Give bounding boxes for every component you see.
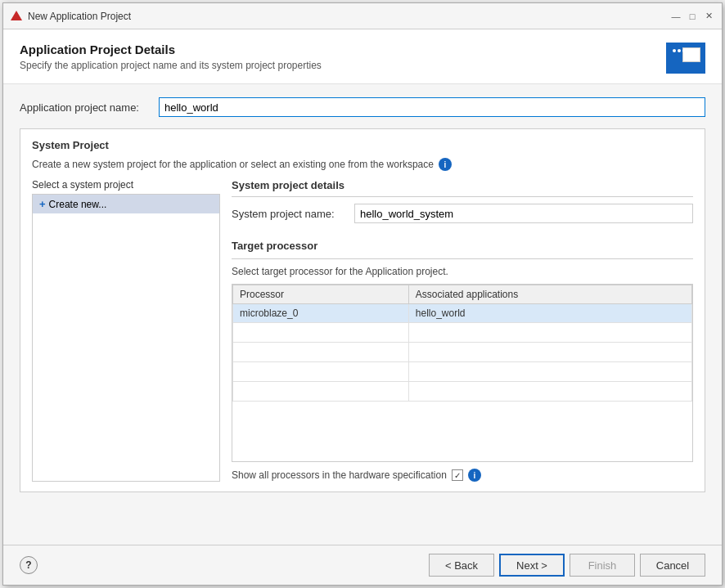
page-title: Application Project Details: [20, 43, 322, 56]
info-icon-2[interactable]: i: [468, 469, 481, 482]
table-row[interactable]: microblaze_0hello_world: [233, 304, 692, 323]
two-panel: Select a system project + Create new... …: [32, 179, 693, 482]
processor-cell: [233, 382, 409, 402]
next-button[interactable]: Next >: [499, 554, 565, 577]
plus-icon: +: [39, 198, 46, 210]
back-button[interactable]: < Back: [429, 554, 494, 577]
system-project-subtitle: Create a new system project for the appl…: [32, 158, 693, 171]
dialog-footer: ? < Back Next > Finish Cancel: [3, 545, 722, 585]
target-processor-section: Target processor Select target processor…: [232, 240, 693, 482]
applications-cell: [408, 382, 691, 402]
dot1: [673, 49, 676, 52]
table-body: microblaze_0hello_world: [233, 304, 692, 402]
app-project-input[interactable]: [159, 97, 705, 117]
table-header: Processor Associated applications: [233, 285, 692, 304]
app-project-name-row: Application project name:: [20, 97, 705, 117]
processor-cell: [233, 343, 409, 362]
svg-marker-0: [11, 11, 22, 20]
divider-1: [232, 196, 693, 197]
table-row: [233, 343, 692, 362]
app-project-label: Application project name:: [20, 101, 159, 114]
right-panel: System project details System project na…: [232, 179, 693, 482]
dot2: [678, 49, 681, 52]
minimize-button[interactable]: —: [669, 10, 682, 23]
details-title: System project details: [232, 179, 693, 191]
show-all-label: Show all processors in the hardware spec…: [232, 469, 447, 481]
help-button[interactable]: ?: [20, 556, 38, 574]
finish-button[interactable]: Finish: [570, 554, 635, 577]
dialog-body: Application project name: System Project…: [3, 84, 722, 545]
processor-table-inner: Processor Associated applications microb…: [232, 285, 692, 402]
dialog-container: New Application Project — □ ✕ Applicatio…: [2, 2, 723, 586]
footer-right: < Back Next > Finish Cancel: [429, 554, 705, 577]
header-icon: [666, 43, 705, 74]
table-header-row: Processor Associated applications: [233, 285, 692, 304]
col-associated: Associated applications: [408, 285, 691, 304]
applications-cell: [408, 362, 691, 382]
cancel-button[interactable]: Cancel: [640, 554, 705, 577]
header-dots: [673, 49, 686, 52]
table-row: [233, 382, 692, 402]
maximize-button[interactable]: □: [686, 10, 699, 23]
system-project-name-label: System project name:: [232, 208, 354, 220]
system-project-name-input[interactable]: [354, 204, 693, 223]
col-processor: Processor: [233, 285, 409, 304]
processor-table: Processor Associated applications microb…: [232, 284, 693, 462]
applications-cell: [408, 323, 691, 343]
target-processor-subtitle: Select target processor for the Applicat…: [232, 266, 693, 277]
dot3: [682, 49, 686, 52]
show-all-checkbox[interactable]: [452, 469, 463, 481]
footer-left: ?: [20, 556, 38, 574]
title-bar: New Application Project — □ ✕: [3, 3, 722, 29]
processor-cell: [233, 362, 409, 382]
divider-2: [232, 258, 693, 259]
page-subtitle: Specify the application project name and…: [20, 60, 322, 71]
table-row: [233, 362, 692, 382]
system-project-details: System project details System project na…: [232, 179, 693, 231]
applications-cell: [408, 343, 691, 362]
processor-cell: [233, 323, 409, 343]
processor-cell: microblaze_0: [233, 304, 409, 323]
system-project-title: System Project: [32, 139, 693, 151]
table-row: [233, 323, 692, 343]
close-button[interactable]: ✕: [702, 10, 715, 23]
header-text: Application Project Details Specify the …: [20, 43, 322, 71]
applications-cell: hello_world: [408, 304, 691, 323]
create-new-label: Create new...: [49, 199, 107, 210]
title-bar-controls: — □ ✕: [669, 10, 715, 23]
title-bar-text: New Application Project: [28, 11, 664, 22]
create-new-item[interactable]: + Create new...: [33, 195, 219, 213]
target-processor-title: Target processor: [232, 240, 693, 252]
vitis-icon: [10, 10, 23, 23]
info-icon-1[interactable]: i: [439, 158, 452, 171]
system-project-section: System Project Create a new system proje…: [20, 128, 705, 492]
left-panel: Select a system project + Create new...: [32, 179, 220, 482]
show-all-row: Show all processors in the hardware spec…: [232, 469, 693, 482]
select-system-label: Select a system project: [32, 179, 220, 191]
system-project-list: + Create new...: [32, 194, 220, 482]
system-project-name-row: System project name:: [232, 204, 693, 223]
dialog-header: Application Project Details Specify the …: [3, 29, 722, 84]
